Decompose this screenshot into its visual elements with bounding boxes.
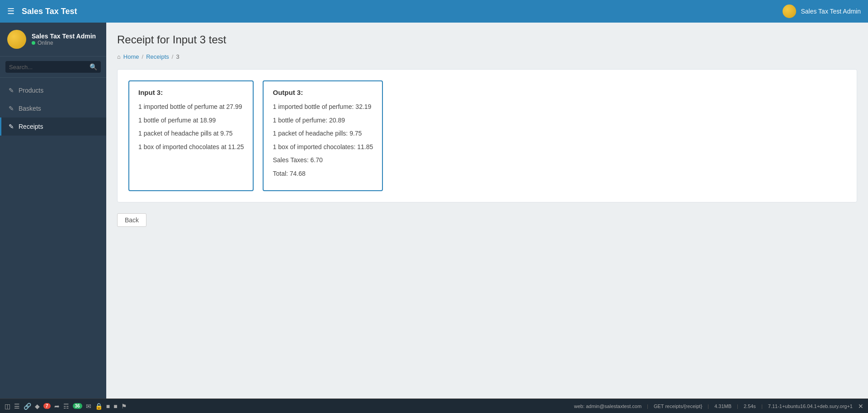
sidebar-search-container: 🔍	[0, 56, 106, 78]
status-get: GET receipts/{receipt}	[654, 404, 702, 409]
input-panel-title: Input 3:	[138, 89, 244, 96]
status-memory: 4.31MB	[714, 404, 731, 409]
statusbar-icon-5[interactable]: ➦	[54, 403, 60, 410]
sales-taxes: Sales Taxes: 6.70	[273, 156, 373, 165]
sidebar-status: Online	[32, 40, 96, 46]
statusbar-icon-7[interactable]: ✉	[86, 403, 91, 410]
main-content: Receipt for Input 3 test ⌂ Home / Receip…	[106, 23, 868, 399]
header-left: ☰ Sales Tax Test	[7, 6, 77, 16]
statusbar-icon-6[interactable]: ☶	[63, 403, 69, 410]
sidebar-username: Sales Tax Test Admin	[32, 33, 96, 40]
statusbar-icon-3[interactable]: 🔗	[24, 403, 31, 410]
sidebar-item-baskets[interactable]: ✎ Baskets	[0, 99, 106, 117]
output-item-1: 1 imported bottle of perfume: 32.19	[273, 103, 373, 112]
sidebar-item-label: Products	[19, 87, 43, 94]
products-icon: ✎	[9, 87, 14, 94]
breadcrumb-current: 3	[176, 53, 179, 60]
user-name-top: Sales Tax Test Admin	[801, 8, 861, 15]
main-inner: Receipt for Input 3 test ⌂ Home / Receip…	[106, 23, 868, 238]
content-card: Input 3: 1 imported bottle of perfume at…	[117, 69, 857, 202]
statusbar-icon-9[interactable]: ■	[106, 403, 110, 410]
receipts-icon: ✎	[9, 123, 14, 130]
baskets-icon: ✎	[9, 105, 14, 112]
breadcrumb: ⌂ Home / Receipts / 3	[117, 53, 857, 60]
hamburger-icon[interactable]: ☰	[7, 6, 14, 16]
statusbar-icon-4[interactable]: ◆	[35, 403, 40, 410]
output-panel-title: Output 3:	[273, 89, 373, 96]
input-item-2: 1 bottle of perfume at 18.99	[138, 116, 244, 125]
avatar-top	[783, 5, 796, 18]
statusbar-icon-2[interactable]: ☰	[14, 403, 20, 410]
input-item-4: 1 box of imported chocolates at 11.25	[138, 143, 244, 152]
status-dot	[32, 41, 35, 45]
output-panel: Output 3: 1 imported bottle of perfume: …	[263, 80, 383, 191]
sidebar-nav: ✎ Products ✎ Baskets ✎ Receipts	[0, 78, 106, 399]
statusbar-icon-8[interactable]: 🔒	[95, 403, 103, 410]
layout: Sales Tax Test Admin Online 🔍 ✎ Products…	[0, 23, 868, 399]
status-php: 7.11-1+ubuntu16.04.1+deb.sury.org+1	[768, 404, 853, 409]
status-bar-left: ◫ ☰ 🔗 ◆ 7 ➦ ☶ 36 ✉ 🔒 ■ ■ ⚑	[5, 403, 567, 410]
output-item-2: 1 bottle of perfume: 20.89	[273, 116, 373, 125]
input-item-3: 1 packet of headache pills at 9.75	[138, 129, 244, 138]
receipt-panels: Input 3: 1 imported bottle of perfume at…	[128, 80, 846, 191]
badge-red: 7	[43, 403, 51, 409]
header-right: Sales Tax Test Admin	[783, 5, 861, 18]
breadcrumb-receipts[interactable]: Receipts	[146, 53, 169, 60]
search-inner: 🔍	[5, 61, 101, 73]
status-time: 2.54s	[744, 404, 756, 409]
user-info: Sales Tax Test Admin Online	[32, 33, 96, 46]
top-header: ☰ Sales Tax Test Sales Tax Test Admin	[0, 0, 868, 23]
app-title: Sales Tax Test	[22, 7, 77, 16]
breadcrumb-home[interactable]: Home	[123, 53, 139, 60]
breadcrumb-sep-1: /	[142, 53, 144, 60]
statusbar-icons: ◫ ☰ 🔗 ◆ 7 ➦ ☶ 36 ✉ 🔒 ■ ■ ⚑	[5, 403, 127, 410]
close-icon[interactable]: ✕	[858, 403, 863, 410]
status-web: web: admin@salestaxtest.com	[574, 404, 642, 409]
sidebar-item-label: Receipts	[19, 123, 43, 130]
sidebar-item-label: Baskets	[19, 105, 41, 112]
output-item-4: 1 box of imported chocolates: 11.85	[273, 143, 373, 152]
breadcrumb-sep-2: /	[172, 53, 174, 60]
avatar	[7, 30, 26, 49]
home-icon: ⌂	[117, 53, 121, 60]
sidebar-item-receipts[interactable]: ✎ Receipts	[0, 117, 106, 136]
search-input[interactable]	[9, 64, 90, 70]
status-bar-right: web: admin@salestaxtest.com | GET receip…	[574, 403, 863, 410]
sidebar-item-products[interactable]: ✎ Products	[0, 81, 106, 99]
sidebar-user: Sales Tax Test Admin Online	[0, 23, 106, 56]
input-panel: Input 3: 1 imported bottle of perfume at…	[128, 80, 254, 191]
statusbar-icon-1[interactable]: ◫	[5, 403, 10, 410]
sidebar: Sales Tax Test Admin Online 🔍 ✎ Products…	[0, 23, 106, 399]
badge-green: 36	[73, 403, 82, 409]
status-bar: ◫ ☰ 🔗 ◆ 7 ➦ ☶ 36 ✉ 🔒 ■ ■ ⚑ web: admin@sa…	[0, 399, 868, 413]
output-item-3: 1 packet of headache pills: 9.75	[273, 129, 373, 138]
statusbar-icon-11[interactable]: ⚑	[121, 403, 127, 410]
back-button[interactable]: Back	[117, 213, 146, 227]
search-icon: 🔍	[90, 63, 97, 70]
statusbar-icon-10[interactable]: ■	[113, 403, 117, 410]
input-item-1: 1 imported bottle of perfume at 27.99	[138, 103, 244, 112]
status-label: Online	[38, 40, 53, 46]
total: Total: 74.68	[273, 169, 373, 178]
page-title: Receipt for Input 3 test	[117, 33, 857, 46]
